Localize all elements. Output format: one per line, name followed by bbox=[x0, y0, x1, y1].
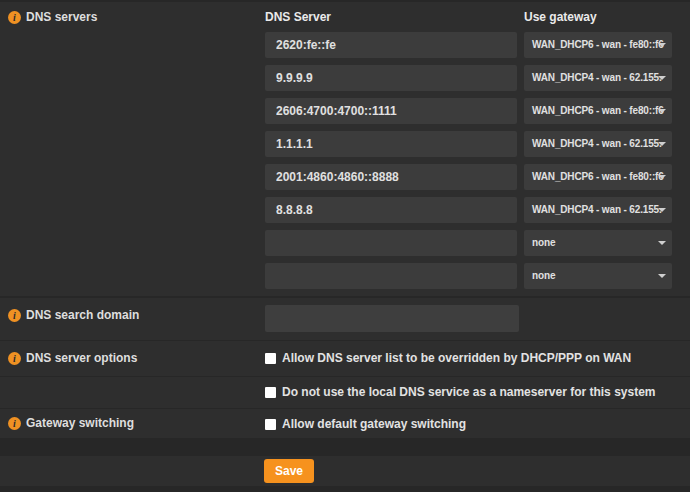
dns-server-input[interactable] bbox=[265, 164, 517, 190]
checkbox-unchecked[interactable] bbox=[265, 387, 276, 398]
dns-server-entry: none bbox=[265, 230, 672, 256]
dns-server-entry: WAN_DHCP6 - wan - fe80::f6 bbox=[265, 32, 672, 58]
checkbox-unchecked[interactable] bbox=[265, 353, 276, 364]
field-label-text: DNS servers bbox=[26, 10, 97, 24]
column-header-dns-server: DNS Server bbox=[265, 10, 331, 24]
dns-server-entry: WAN_DHCP6 - wan - fe80::f6 bbox=[265, 164, 672, 190]
select-value: WAN_DHCP6 - wan - fe80::f6 bbox=[524, 98, 672, 124]
use-gateway-select[interactable]: WAN_DHCP4 - wan - 62.155. bbox=[524, 65, 672, 91]
field-label-text: DNS search domain bbox=[26, 308, 139, 322]
info-icon: i bbox=[8, 309, 21, 322]
dns-search-domain-label: i DNS search domain bbox=[8, 308, 139, 322]
select-value: WAN_DHCP6 - wan - fe80::f6 bbox=[524, 164, 672, 190]
dns-servers-row: i DNS servers DNS Server Use gateway WAN… bbox=[0, 2, 690, 296]
gateway-switching-row: i Gateway switching Allow default gatewa… bbox=[0, 409, 690, 438]
save-button[interactable]: Save bbox=[264, 459, 314, 483]
dns-local-service-row: Do not use the local DNS service as a na… bbox=[0, 377, 690, 408]
field-label-text: Gateway switching bbox=[26, 416, 134, 430]
dns-server-entry: WAN_DHCP4 - wan - 62.155. bbox=[265, 197, 672, 223]
dns-server-input[interactable] bbox=[265, 32, 517, 58]
info-icon: i bbox=[8, 417, 21, 430]
dns-server-entry: WAN_DHCP6 - wan - fe80::f6 bbox=[265, 98, 672, 124]
use-gateway-select[interactable]: none bbox=[524, 230, 672, 256]
checkbox-label: Do not use the local DNS service as a na… bbox=[282, 385, 656, 399]
chevron-down-icon bbox=[658, 241, 666, 245]
checkbox-label: Allow DNS server list to be overridden b… bbox=[282, 351, 631, 365]
use-gateway-select[interactable]: WAN_DHCP6 - wan - fe80::f6 bbox=[524, 98, 672, 124]
use-gateway-select[interactable]: WAN_DHCP4 - wan - 62.155. bbox=[524, 131, 672, 157]
dns-server-entry: none bbox=[265, 263, 672, 289]
info-icon: i bbox=[8, 11, 21, 24]
dns-server-input[interactable] bbox=[265, 98, 517, 124]
select-value: WAN_DHCP4 - wan - 62.155. bbox=[524, 131, 672, 157]
use-gateway-select[interactable]: none bbox=[524, 263, 672, 289]
chevron-down-icon bbox=[658, 208, 666, 212]
field-label-text: DNS server options bbox=[26, 351, 137, 365]
dns-server-input[interactable] bbox=[265, 263, 517, 289]
column-header-use-gateway: Use gateway bbox=[524, 10, 597, 24]
select-value: none bbox=[524, 230, 672, 256]
checkbox-unchecked[interactable] bbox=[265, 419, 276, 430]
info-icon: i bbox=[8, 352, 21, 365]
dns-server-input[interactable] bbox=[265, 131, 517, 157]
dns-override-checkbox-item[interactable]: Allow DNS server list to be overridden b… bbox=[265, 351, 631, 365]
dns-servers-label: i DNS servers bbox=[8, 10, 97, 24]
chevron-down-icon bbox=[658, 76, 666, 80]
select-value: WAN_DHCP6 - wan - fe80::f6 bbox=[524, 32, 672, 58]
chevron-down-icon bbox=[658, 109, 666, 113]
chevron-down-icon bbox=[658, 43, 666, 47]
checkbox-label: Allow default gateway switching bbox=[282, 417, 466, 431]
dns-search-domain-row: i DNS search domain bbox=[0, 298, 690, 340]
dns-search-domain-input[interactable] bbox=[265, 305, 519, 332]
dns-server-input[interactable] bbox=[265, 197, 517, 223]
general-settings-dns-form: i DNS servers DNS Server Use gateway WAN… bbox=[0, 0, 690, 492]
dns-local-service-checkbox-item[interactable]: Do not use the local DNS service as a na… bbox=[265, 385, 656, 399]
use-gateway-select[interactable]: WAN_DHCP6 - wan - fe80::f6 bbox=[524, 164, 672, 190]
dns-server-options-row: i DNS server options Allow DNS server li… bbox=[0, 341, 690, 376]
form-actions-row: Save bbox=[0, 456, 690, 486]
select-value: WAN_DHCP4 - wan - 62.155. bbox=[524, 197, 672, 223]
use-gateway-select[interactable]: WAN_DHCP4 - wan - 62.155. bbox=[524, 197, 672, 223]
dns-server-entry: WAN_DHCP4 - wan - 62.155. bbox=[265, 131, 672, 157]
dns-server-input[interactable] bbox=[265, 230, 517, 256]
chevron-down-icon bbox=[658, 274, 666, 278]
dns-server-options-label: i DNS server options bbox=[8, 351, 137, 365]
gateway-switching-checkbox-item[interactable]: Allow default gateway switching bbox=[265, 417, 466, 431]
chevron-down-icon bbox=[658, 142, 666, 146]
select-value: none bbox=[524, 263, 672, 289]
use-gateway-select[interactable]: WAN_DHCP6 - wan - fe80::f6 bbox=[524, 32, 672, 58]
gateway-switching-label: i Gateway switching bbox=[8, 416, 134, 430]
dns-server-entry: WAN_DHCP4 - wan - 62.155. bbox=[265, 65, 672, 91]
chevron-down-icon bbox=[658, 175, 666, 179]
dns-server-input[interactable] bbox=[265, 65, 517, 91]
select-value: WAN_DHCP4 - wan - 62.155. bbox=[524, 65, 672, 91]
